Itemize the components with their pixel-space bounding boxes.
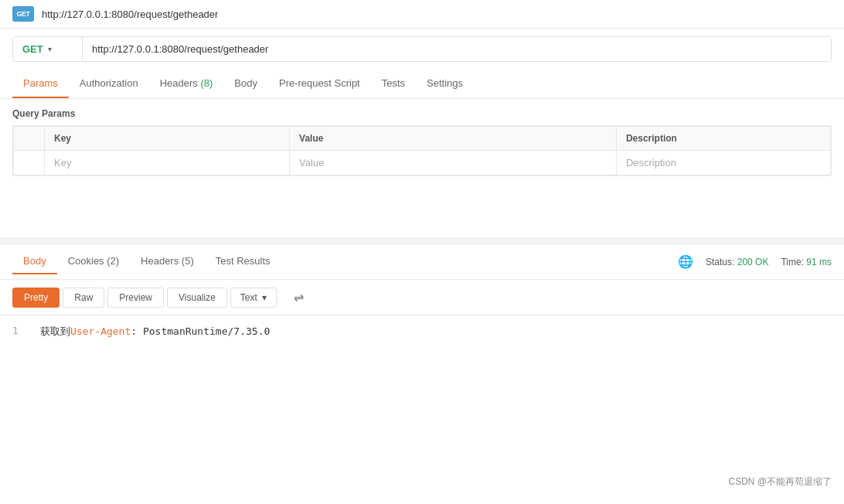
- wrap-icon-button[interactable]: ⇌: [286, 286, 311, 308]
- method-icon: GET: [12, 6, 34, 22]
- query-params-title: Query Params: [0, 99, 844, 125]
- row-checkbox-cell: [14, 151, 45, 175]
- method-select[interactable]: GET ▾: [13, 37, 83, 61]
- query-params-table: Key Value Description Key Value Descript…: [13, 126, 831, 175]
- response-tab-cookies[interactable]: Cookies (2): [57, 249, 130, 274]
- response-suffix: : PostmanRuntime/7.35.0: [131, 325, 270, 337]
- line-number: 1: [12, 325, 28, 368]
- response-tab-headers[interactable]: Headers (5): [130, 249, 205, 274]
- col-description: Description: [616, 127, 830, 151]
- row-description-cell[interactable]: Description: [616, 151, 830, 175]
- format-raw-button[interactable]: Raw: [63, 288, 104, 308]
- response-toolbar: Pretty Raw Preview Visualize Text ▾ ⇌: [0, 280, 844, 315]
- col-value: Value: [290, 127, 617, 151]
- response-text: 获取到User-Agent: PostmanRuntime/7.35.0: [40, 325, 270, 368]
- row-key-cell[interactable]: Key: [45, 151, 290, 175]
- url-input[interactable]: [83, 37, 831, 61]
- table-row: Key Value Description: [14, 151, 831, 175]
- time-text: Time: 91 ms: [781, 257, 832, 267]
- wrap-lines-icon: ⇌: [294, 291, 304, 304]
- text-format-dropdown[interactable]: Text ▾: [230, 288, 277, 308]
- method-chevron-icon: ▾: [48, 45, 52, 53]
- text-format-label: Text: [240, 292, 257, 303]
- response-body: 1 获取到User-Agent: PostmanRuntime/7.35.0: [0, 315, 844, 377]
- response-bar: Body Cookies (2) Headers (5) Test Result…: [0, 244, 844, 280]
- tab-settings[interactable]: Settings: [416, 70, 474, 98]
- response-highlight: User-Agent: [70, 325, 131, 337]
- tab-body[interactable]: Body: [223, 70, 268, 98]
- response-tab-test-results[interactable]: Test Results: [205, 249, 281, 274]
- row-value-cell[interactable]: Value: [290, 151, 617, 175]
- top-bar-url: http://127.0.0.1:8080/request/getheader: [42, 9, 218, 20]
- tab-headers[interactable]: Headers (8): [149, 70, 224, 98]
- text-format-chevron-icon: ▾: [262, 292, 267, 303]
- format-pretty-button[interactable]: Pretty: [12, 288, 60, 308]
- format-visualize-button[interactable]: Visualize: [167, 288, 227, 308]
- format-preview-button[interactable]: Preview: [107, 288, 164, 308]
- top-bar: GET http://127.0.0.1:8080/request/gethea…: [0, 0, 844, 29]
- tab-pre-request[interactable]: Pre-request Script: [268, 70, 371, 98]
- section-divider: [0, 238, 844, 244]
- request-tabs-bar: Params Authorization Headers (8) Body Pr…: [0, 70, 844, 99]
- response-status-area: 🌐 Status: 200 OK Time: 91 ms: [678, 254, 832, 269]
- globe-icon[interactable]: 🌐: [678, 254, 693, 269]
- tab-params[interactable]: Params: [12, 70, 69, 98]
- col-checkbox: [14, 127, 45, 151]
- tab-tests[interactable]: Tests: [371, 70, 416, 98]
- query-params-table-container: Key Value Description Key Value Descript…: [12, 125, 832, 176]
- method-label: GET: [22, 43, 43, 55]
- status-text: Status: 200 OK: [706, 257, 768, 267]
- response-prefix: 获取到: [40, 325, 70, 337]
- response-tab-body[interactable]: Body: [12, 249, 57, 274]
- col-key: Key: [45, 127, 290, 151]
- tab-authorization[interactable]: Authorization: [69, 70, 149, 98]
- request-bar: GET ▾: [12, 36, 832, 62]
